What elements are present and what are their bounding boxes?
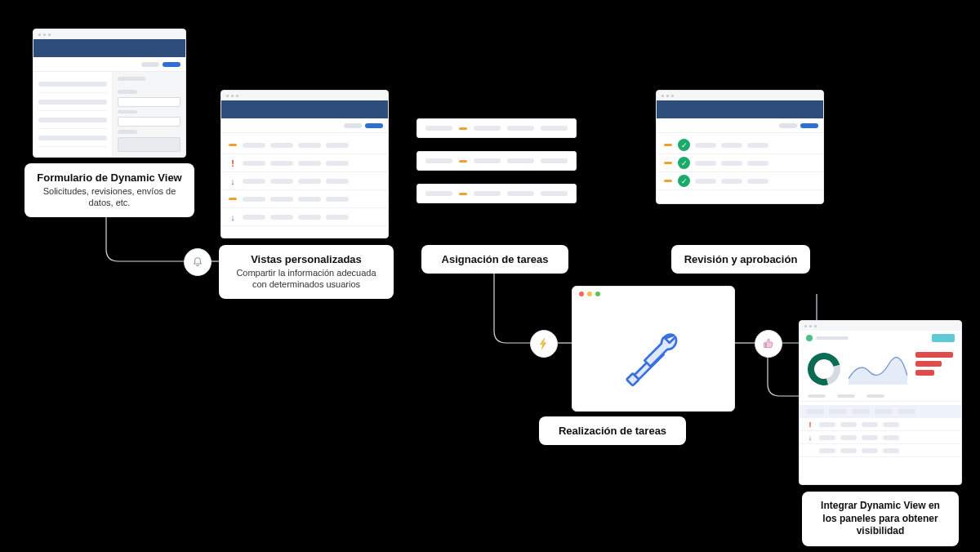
form-caption-sub: Solicitudes, revisiones, envíos de datos… <box>36 185 183 209</box>
task-strip <box>416 118 577 138</box>
dashboard-mockup: ! ↓ <box>799 320 962 485</box>
form-caption: Formulario de Dynamic View Solicitudes, … <box>24 163 194 217</box>
review-caption: Revisión y aprobación <box>671 245 810 274</box>
review-caption-title: Revisión y aprobación <box>683 253 799 265</box>
task-strip <box>416 151 577 171</box>
views-mockup: ! ↓ ↓ <box>220 90 389 238</box>
bolt-icon <box>530 330 558 358</box>
assign-caption: Asignación de tareas <box>421 245 568 274</box>
views-caption-sub: Compartir la información adecuada con de… <box>230 267 382 291</box>
task-strip <box>416 184 577 203</box>
doing-caption: Realización de tareas <box>539 416 686 445</box>
views-caption: Vistas personalizadas Compartir la infor… <box>219 245 394 299</box>
doing-caption-title: Realización de tareas <box>550 425 675 437</box>
check-icon: ✓ <box>678 157 690 169</box>
bars-chart-icon <box>915 352 953 386</box>
check-icon: ✓ <box>678 139 690 151</box>
form-caption-title: Formulario de Dynamic View <box>36 171 183 184</box>
check-icon: ✓ <box>678 175 690 187</box>
thumbs-up-icon <box>755 330 782 358</box>
assign-caption-title: Asignación de tareas <box>433 253 557 265</box>
dashboard-caption-title: Integrar Dynamic View en los paneles par… <box>813 500 947 538</box>
line-chart-icon <box>849 352 907 386</box>
views-caption-title: Vistas personalizadas <box>230 253 382 265</box>
bell-icon <box>184 248 212 276</box>
donut-chart-icon <box>802 347 847 392</box>
tools-illustration <box>572 286 735 412</box>
tools-icon <box>617 319 690 393</box>
review-mockup: ✓ ✓ ✓ <box>656 90 824 204</box>
dashboard-caption: Integrar Dynamic View en los paneles par… <box>802 492 959 546</box>
form-mockup <box>33 29 186 158</box>
